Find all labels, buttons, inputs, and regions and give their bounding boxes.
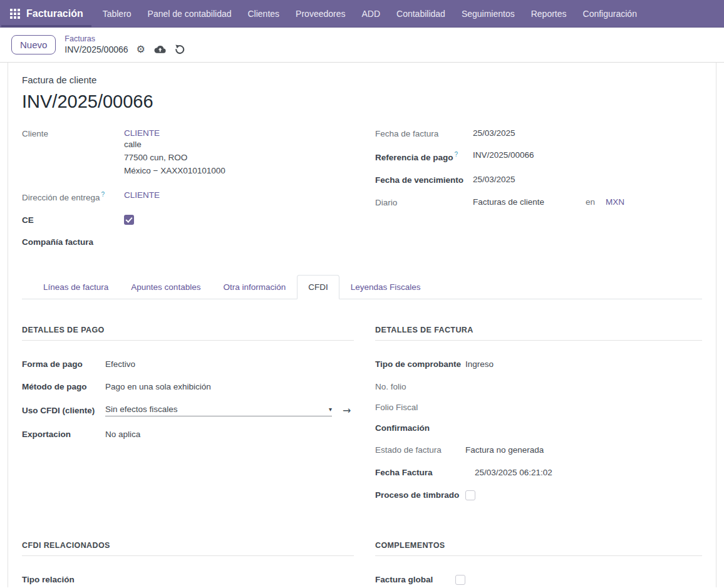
metodo-pago-label: Método de pago <box>22 382 105 391</box>
menu-item-reportes[interactable]: Reportes <box>523 0 575 28</box>
exportacion-label: Exportacion <box>22 430 105 439</box>
field-fecha-factura: Fecha de factura 25/03/2025 <box>375 128 702 138</box>
confirmacion-label: Confirmación <box>375 423 465 433</box>
field-estado-factura: Estado de factura Factura no generada <box>375 445 702 455</box>
menu-item-seguimientos[interactable]: Seguimientos <box>453 0 523 28</box>
field-tipo-comprobante: Tipo de comprobante Ingreso <box>375 359 702 369</box>
diario-currency-link[interactable]: MXN <box>606 197 624 207</box>
tipo-relacion-label: Tipo relación <box>22 575 105 584</box>
field-exportacion: Exportacion No aplica <box>22 430 354 439</box>
field-fecha-vencimiento: Fecha de vencimiento 25/03/2025 <box>375 175 702 185</box>
internal-link-arrow-icon[interactable]: → <box>343 405 351 416</box>
document-type-label: Factura de cliente <box>22 75 702 85</box>
referencia-pago-label: Referencia de pago <box>375 153 453 162</box>
tab-cfdi-content: DETALLES DE PAGO Forma de pago Efectivo … <box>22 299 702 588</box>
tipo-comprobante-value: Ingreso <box>465 359 494 369</box>
diario-value[interactable]: Facturas de cliente <box>473 197 586 207</box>
tab-leyendas-fiscales[interactable]: Leyendas Fiscales <box>339 275 432 299</box>
forma-pago-label: Forma de pago <box>22 359 105 369</box>
general-fields: Cliente CLIENTE calle 77500 cun, ROO Méx… <box>22 128 702 257</box>
app-switcher[interactable]: Facturación <box>0 0 95 27</box>
field-cliente: Cliente CLIENTE calle 77500 cun, ROO Méx… <box>22 128 375 177</box>
field-fecha-factura-cfdi: Fecha Factura 25/03/2025 06:21:02 <box>375 468 702 477</box>
main-menu: Tablero Panel de contabilidad Clientes P… <box>95 0 645 27</box>
cliente-address-line: México − XAXX010101000 <box>124 164 225 177</box>
folio-fiscal-label: Folio Fiscal <box>375 403 465 412</box>
menu-item-configuracion[interactable]: Configuración <box>575 0 645 28</box>
factura-global-checkbox[interactable] <box>455 575 465 585</box>
proceso-timbrado-label: Proceso de timbrado <box>375 490 465 500</box>
help-icon: ? <box>455 151 458 158</box>
diario-label: Diario <box>375 197 473 207</box>
section-title-detalles-factura: DETALLES DE FACTURA <box>375 326 702 341</box>
breadcrumb-parent-link[interactable]: Facturas <box>65 34 185 44</box>
field-diario: Diario Facturas de cliente en MXN <box>375 197 702 207</box>
direccion-entrega-link[interactable]: CLIENTE <box>124 190 160 200</box>
menu-item-contabilidad[interactable]: Contabilidad <box>388 0 453 28</box>
menu-item-clientes[interactable]: Clientes <box>240 0 288 28</box>
field-proceso-timbrado: Proceso de timbrado <box>375 490 702 500</box>
notebook-tabs: Líneas de factura Apuntes contables Otra… <box>22 275 702 299</box>
new-button[interactable]: Nuevo <box>11 35 56 54</box>
help-icon: ? <box>101 191 105 198</box>
menu-item-panel-contabilidad[interactable]: Panel de contabilidad <box>140 0 240 28</box>
uso-cfdi-value[interactable]: Sin efectos fiscales <box>105 405 178 414</box>
fecha-factura-label: Fecha de factura <box>375 128 473 138</box>
estado-factura-value: Factura no generada <box>465 445 544 455</box>
exportacion-value[interactable]: No aplica <box>105 430 140 439</box>
tab-cfdi[interactable]: CFDI <box>297 275 339 299</box>
cliente-address-line: calle <box>124 138 225 151</box>
menu-item-proveedores[interactable]: Proveedores <box>287 0 353 28</box>
uso-cfdi-label: Uso CFDI (cliente) <box>22 406 105 415</box>
app-name[interactable]: Facturación <box>26 8 83 19</box>
menu-item-tablero[interactable]: Tablero <box>95 0 140 28</box>
proceso-timbrado-checkbox[interactable] <box>465 490 475 500</box>
tab-lineas-de-factura[interactable]: Líneas de factura <box>32 275 120 299</box>
undo-icon[interactable] <box>175 44 185 54</box>
field-no-folio: No. folio <box>375 382 702 391</box>
form-sheet: Factura de cliente INV/2025/00066 Client… <box>8 63 716 587</box>
field-uso-cfdi: Uso CFDI (cliente) Sin efectos fiscales … <box>22 405 354 416</box>
active-app-underline <box>1 25 91 28</box>
direccion-entrega-label: Dirección de entrega <box>22 193 100 202</box>
fecha-vencimiento-value[interactable]: 25/03/2025 <box>473 175 515 184</box>
tab-apuntes-contables[interactable]: Apuntes contables <box>120 275 212 299</box>
uso-cfdi-select[interactable]: Sin efectos fiscales ▾ <box>105 405 332 416</box>
page-title: INV/2025/00066 <box>22 91 702 112</box>
section-title-cfdi-relacionados: CFDI RELACIONADOS <box>22 541 354 556</box>
menu-item-add[interactable]: ADD <box>353 0 388 28</box>
top-navbar: Facturación Tablero Panel de contabilida… <box>0 0 724 28</box>
metodo-pago-value[interactable]: Pago en una sola exhibición <box>105 382 211 391</box>
section-title-detalles-pago: DETALLES DE PAGO <box>22 326 354 341</box>
cliente-link[interactable]: CLIENTE <box>124 128 225 138</box>
cloud-save-icon[interactable] <box>154 45 166 54</box>
gear-icon[interactable]: ⚙ <box>137 44 145 54</box>
tab-otra-informacion[interactable]: Otra información <box>212 275 297 299</box>
field-tipo-relacion: Tipo relación <box>22 575 354 584</box>
ce-checkbox[interactable] <box>124 215 134 225</box>
referencia-pago-value[interactable]: INV/2025/00066 <box>473 150 534 160</box>
field-referencia-pago: Referencia de pago? INV/2025/00066 <box>375 150 702 162</box>
field-folio-fiscal: Folio Fiscal <box>375 403 702 412</box>
field-direccion-entrega: Dirección de entrega? CLIENTE <box>22 190 375 202</box>
field-metodo-pago: Método de pago Pago en una sola exhibici… <box>22 382 354 391</box>
control-panel: Nuevo Facturas INV/2025/00066 ⚙ <box>0 28 724 63</box>
no-folio-label: No. folio <box>375 382 465 391</box>
apps-grid-icon[interactable] <box>10 9 20 19</box>
factura-global-label: Factura global <box>375 575 455 584</box>
field-ce: CE <box>22 215 375 225</box>
fecha-factura-value[interactable]: 25/03/2025 <box>473 128 515 138</box>
compania-factura-label: Compañía factura <box>22 237 124 247</box>
diario-en-label: en <box>586 197 595 207</box>
ce-label: CE <box>22 215 124 225</box>
field-forma-pago: Forma de pago Efectivo <box>22 359 354 369</box>
field-compania-factura: Compañía factura <box>22 237 375 247</box>
cliente-label: Cliente <box>22 128 124 138</box>
fecha-vencimiento-label: Fecha de vencimiento <box>375 175 473 185</box>
fecha-factura-cfdi-value[interactable]: 25/03/2025 06:21:02 <box>465 468 552 477</box>
forma-pago-value[interactable]: Efectivo <box>105 359 135 369</box>
breadcrumb-current: INV/2025/00066 <box>65 44 128 56</box>
breadcrumb: Facturas INV/2025/00066 ⚙ <box>65 34 185 55</box>
chevron-down-icon[interactable]: ▾ <box>329 406 332 413</box>
estado-factura-label: Estado de factura <box>375 445 465 455</box>
